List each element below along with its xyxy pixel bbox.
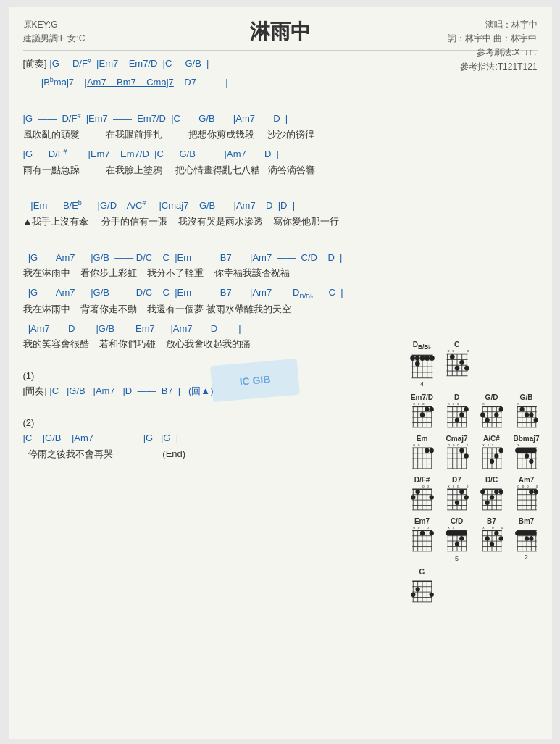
svg-point-11 [414,356,419,361]
svg-point-263 [498,536,503,540]
svg-text:o: o [457,403,459,406]
verse1-chord-1: |G —— D/F# |Em7 —— Em7/D |C G/B |Am7 D | [23,110,429,128]
svg-point-31 [464,366,469,371]
svg-point-262 [485,536,489,540]
outro-chord: |C |G/B |Am7 |G |G | [23,430,429,446]
svg-text:x: x [482,444,485,447]
svg-point-29 [449,354,454,359]
svg-point-77 [494,412,498,417]
chord-row-2: Em7/D o o o [407,393,545,429]
intro-chord-1: [前奏] |G D/F# |Em7 Em7/D |C G/B | [23,55,429,72]
svg-text:x: x [452,485,454,488]
prechorus-chord: |Em B/Eb |G/D A/C# |Cmaj7 G/B |Am7 D |D … [23,197,429,214]
chord-acsharp: A/C# x x x [477,435,507,470]
svg-point-197 [480,490,485,494]
svg-text:x: x [482,403,485,406]
svg-point-186 [454,501,459,505]
svg-text:o: o [457,485,459,488]
chord-row-6: G [407,568,545,603]
svg-point-168 [411,495,415,499]
svg-text:o: o [427,485,429,488]
svg-point-153 [524,453,528,458]
svg-point-276 [524,536,528,540]
svg-point-62 [464,407,468,411]
svg-point-277 [529,536,533,540]
chord-row-3: Em o o C [407,435,545,470]
prechorus-section: |Em B/Eb |G/D A/C# |Cmaj7 G/B |Am7 D |D … [23,197,429,230]
interlude-label: (1) [23,370,429,381]
svg-point-140 [489,459,493,464]
svg-point-201 [485,501,489,505]
svg-point-14 [430,356,435,361]
svg-text:o: o [422,485,425,488]
svg-text:x: x [467,350,469,353]
svg-point-289 [415,587,419,591]
svg-text:x: x [492,444,494,447]
svg-point-63 [459,412,464,417]
svg-point-79 [485,418,489,422]
pick-pattern: 參考指法:T121T121 [448,60,537,74]
chord-d7: D7 x x o o [442,476,472,511]
svg-text:o: o [501,527,503,530]
svg-point-231 [419,531,424,535]
svg-text:o: o [527,485,529,488]
svg-text:x: x [448,485,450,488]
svg-text:o: o [522,485,524,488]
chord-row-1: DB/B♭ [407,340,545,388]
verse1-lyrics-2: 雨有一點急躁 在我臉上塗鴉 把心情畫得亂七八糟 滴答滴答響 [23,163,429,178]
chord-em: Em o o [407,435,438,470]
chord-am7: Am7 o o o x [511,476,542,511]
song-title: 淋雨中 [250,18,311,46]
svg-point-184 [459,490,464,494]
svg-point-123 [459,448,464,453]
prechorus-lyrics: ▲我手上沒有傘 分手的信有一張 我沒有哭是雨水滲透 寫你愛他那一行 [23,214,429,230]
svg-text:o: o [457,444,459,447]
svg-point-290 [429,593,433,597]
chord-gb: G/B x [511,393,542,429]
svg-text:x: x [448,403,450,406]
verse1-section: |G —— D/F# |Em7 —— Em7/D |C G/B |Am7 D |… [23,110,429,177]
svg-text:x: x [448,527,450,530]
svg-text:o: o [448,444,450,447]
svg-point-107 [425,448,429,453]
chord-dc: D/C [477,476,507,511]
svg-text:x: x [466,444,468,447]
svg-point-200 [489,495,493,499]
meta-left: 原KEY:G 建議男調:F 女:C [23,18,85,46]
svg-point-246 [459,536,464,540]
svg-text:o: o [413,403,415,406]
svg-point-15 [414,361,419,367]
svg-text:o: o [417,444,419,447]
svg-point-264 [489,542,493,546]
svg-point-217 [533,490,538,494]
chord-d: D x x o [442,393,472,429]
svg-rect-152 [515,448,537,453]
svg-point-10 [410,356,415,361]
svg-text:x: x [517,403,519,406]
svg-point-30 [459,360,464,365]
svg-text:o: o [517,485,519,488]
outro-section: (2) |C |G/B |Am7 |G |G | 停雨之後我不會再哭 (End) [23,417,429,461]
svg-point-154 [529,459,533,464]
svg-point-93 [529,412,533,417]
chorus-chord-3: |Am7 D |G/B Em7 |Am7 D | [23,320,429,337]
outro-label: (2) [23,417,429,428]
meta-right: 演唱：林宇中 詞：林宇中 曲：林宇中 參考刷法:X↑↓↑↓ 參考指法:T121T… [448,18,537,74]
svg-point-138 [498,448,503,453]
svg-point-47 [429,407,433,411]
verse1-chord-2: |G D/F# |Em7 Em7/D |C G/B |Am7 D | [23,146,429,163]
lyricist: 詞：林宇中 曲：林宇中 [448,32,537,46]
svg-point-12 [419,356,425,361]
svg-text:x: x [452,527,454,530]
chord-g: G [407,568,438,603]
chord-bbmaj7: Bbmaj7 x [511,435,542,470]
svg-rect-275 [515,531,537,535]
chord-row-4: D/F# o o [407,476,545,511]
svg-text:o: o [427,527,429,530]
svg-point-91 [519,407,524,411]
svg-point-48 [419,412,424,417]
chorus-lyrics-3: 我的笑容會很酷 若和你們巧碰 放心我會收起我的痛 [23,337,429,352]
svg-point-167 [415,490,419,494]
svg-text:x: x [487,444,489,447]
svg-text:o: o [492,527,494,530]
